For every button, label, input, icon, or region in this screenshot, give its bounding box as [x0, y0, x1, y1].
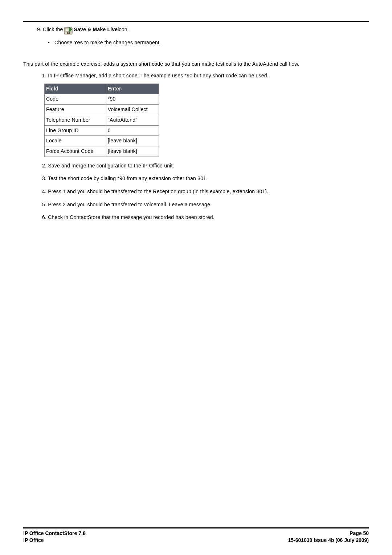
top-rule: [23, 21, 369, 22]
cell-enter: 0: [106, 125, 159, 136]
svg-rect-3: [68, 32, 69, 33]
page-content: 9. Click the Save & Make Live icon. • C: [23, 26, 369, 222]
table-header-row: Field Enter: [45, 84, 159, 94]
footer-left-2: IP Office: [23, 537, 44, 544]
cell-field: Feature: [45, 105, 106, 115]
intro-paragraph: This part of the example exercise, adds …: [23, 60, 369, 68]
step-9: 9. Click the Save & Make Live icon. • C: [37, 26, 369, 46]
table-row: Locale [leave blank]: [45, 136, 159, 146]
table-row: Feature Voicemail Collect: [45, 105, 159, 115]
cell-enter: [leave blank]: [106, 136, 159, 146]
cell-field: Line Group ID: [45, 125, 106, 136]
step-2: 2. Save and merge the configuration to t…: [42, 162, 369, 170]
footer-rule: [23, 527, 369, 528]
cell-field: Force Account Code: [45, 146, 106, 157]
step-9-bold: Save & Make Live: [74, 26, 118, 34]
svg-rect-2: [67, 32, 70, 34]
table-row: Code *90: [45, 94, 159, 105]
bullet-dot-icon: •: [48, 39, 53, 47]
subbullet-post: to make the changes permanent.: [83, 40, 161, 45]
step-9-subbullet: • Choose Yes to make the changes permane…: [48, 39, 369, 47]
subbullet-pre: Choose: [54, 40, 74, 45]
table-row: Force Account Code [leave blank]: [45, 146, 159, 157]
th-enter: Enter: [106, 84, 159, 94]
step-5: 5. Press 2 and you should be transferred…: [42, 201, 369, 209]
th-field: Field: [45, 84, 106, 94]
cell-enter: [leave blank]: [106, 146, 159, 157]
subbullet-bold: Yes: [74, 40, 83, 45]
table-row: Line Group ID 0: [45, 125, 159, 136]
step-6: 6. Check in ContactStore that the messag…: [42, 214, 369, 222]
step-1: 1. In IP Office Manager, add a short cod…: [42, 72, 369, 80]
cell-field: Telephone Number: [45, 115, 106, 125]
step-4: 4. Press 1 and you should be transferred…: [42, 188, 369, 196]
step-9-number: 9.: [37, 26, 41, 34]
footer-right-1: Page 50: [350, 530, 369, 537]
step-9-pre: Click the: [43, 26, 63, 34]
cell-enter: "AutoAttend": [106, 115, 159, 125]
numbered-steps: 1. In IP Office Manager, add a short cod…: [42, 72, 369, 222]
cell-field: Locale: [45, 136, 106, 146]
footer-right-2: 15-601038 Issue 4b (06 July 2009): [288, 537, 369, 544]
table-row: Telephone Number "AutoAttend": [45, 115, 159, 125]
step-3: 3. Test the short code by dialing *90 fr…: [42, 175, 369, 183]
page-footer: IP Office ContactStore 7.8 Page 50 IP Of…: [23, 527, 369, 544]
shortcode-table: Field Enter Code *90 Feature Voicemail C…: [44, 84, 159, 157]
cell-enter: *90: [106, 94, 159, 105]
footer-left-1: IP Office ContactStore 7.8: [23, 530, 86, 537]
save-make-live-icon: [64, 27, 73, 35]
step-9-post: icon.: [118, 26, 129, 34]
cell-enter: Voicemail Collect: [106, 105, 159, 115]
cell-field: Code: [45, 94, 106, 105]
